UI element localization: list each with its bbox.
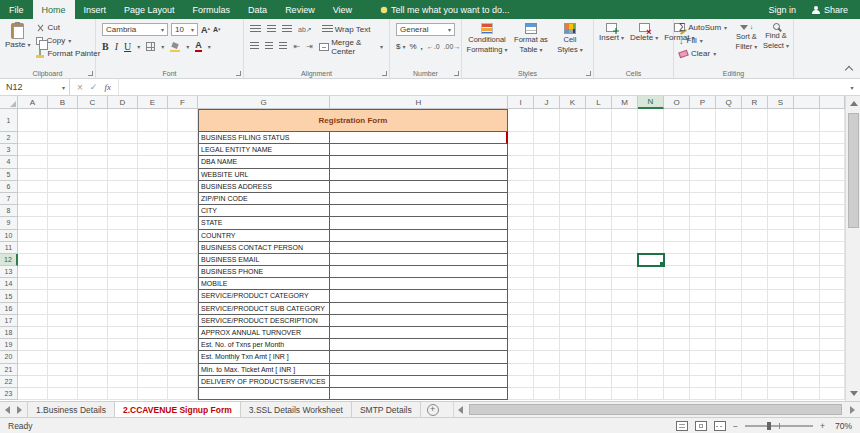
- cell-N8[interactable]: [638, 205, 664, 217]
- cell-G5[interactable]: WEBSITE URL: [198, 169, 330, 181]
- cell-N23[interactable]: [638, 388, 664, 400]
- vertical-scroll-thumb[interactable]: [848, 113, 859, 228]
- cell-x1[interactable]: [794, 109, 820, 132]
- cell-C6[interactable]: [78, 181, 108, 193]
- cut-button[interactable]: Cut: [33, 21, 103, 34]
- cell-J15[interactable]: [534, 290, 560, 302]
- row-header-17[interactable]: 17: [0, 315, 18, 327]
- cell-H13[interactable]: [330, 266, 508, 278]
- cell-x2[interactable]: [820, 132, 845, 144]
- cell-B16[interactable]: [48, 303, 78, 315]
- cell-M17[interactable]: [612, 315, 638, 327]
- cell-S6[interactable]: [768, 181, 794, 193]
- cell-F1[interactable]: [168, 109, 198, 132]
- insert-cells-button[interactable]: Insert: [596, 21, 627, 44]
- row-header-15[interactable]: 15: [0, 290, 18, 302]
- cell-x21[interactable]: [820, 364, 845, 376]
- column-header-N[interactable]: N: [638, 96, 664, 109]
- cancel-icon[interactable]: [77, 82, 83, 93]
- cell-B6[interactable]: [48, 181, 78, 193]
- cell-E9[interactable]: [138, 217, 168, 229]
- cell-styles-button[interactable]: Cell Styles: [552, 21, 588, 56]
- cell-A23[interactable]: [18, 388, 48, 400]
- cell-Q14[interactable]: [716, 278, 742, 290]
- cell-R9[interactable]: [742, 217, 768, 229]
- cell-C1[interactable]: [78, 109, 108, 132]
- cell-J19[interactable]: [534, 339, 560, 351]
- cell-I8[interactable]: [508, 205, 534, 217]
- cell-P11[interactable]: [690, 242, 716, 254]
- cell-M20[interactable]: [612, 351, 638, 363]
- cell-J9[interactable]: [534, 217, 560, 229]
- cell-E22[interactable]: [138, 376, 168, 388]
- cell-M10[interactable]: [612, 230, 638, 242]
- clear-button[interactable]: Clear: [676, 47, 732, 60]
- cell-R12[interactable]: [742, 254, 768, 266]
- cell-x7[interactable]: [820, 193, 845, 205]
- cell-A3[interactable]: [18, 144, 48, 156]
- cell-B13[interactable]: [48, 266, 78, 278]
- cell-H17[interactable]: [330, 315, 508, 327]
- row-header-12[interactable]: 12: [0, 254, 18, 266]
- cell-R14[interactable]: [742, 278, 768, 290]
- row-header-7[interactable]: 7: [0, 193, 18, 205]
- cell-J12[interactable]: [534, 254, 560, 266]
- cell-Q11[interactable]: [716, 242, 742, 254]
- cell-x2[interactable]: [794, 132, 820, 144]
- cell-O22[interactable]: [664, 376, 690, 388]
- name-box[interactable]: N12: [0, 79, 70, 95]
- share-button[interactable]: Share: [812, 5, 848, 15]
- cell-S2[interactable]: [768, 132, 794, 144]
- cell-L9[interactable]: [586, 217, 612, 229]
- cell-E14[interactable]: [138, 278, 168, 290]
- cell-M14[interactable]: [612, 278, 638, 290]
- row-header-4[interactable]: 4: [0, 156, 18, 168]
- cell-x9[interactable]: [820, 217, 845, 229]
- column-header-B[interactable]: B: [48, 96, 78, 109]
- cell-E3[interactable]: [138, 144, 168, 156]
- cell-H5[interactable]: [330, 169, 508, 181]
- cell-x20[interactable]: [794, 351, 820, 363]
- cell-G15[interactable]: SERVICE/PRODUCT CATEGORY: [198, 290, 330, 302]
- cell-O14[interactable]: [664, 278, 690, 290]
- cell-L3[interactable]: [586, 144, 612, 156]
- horizontal-scrollbar[interactable]: [453, 402, 860, 417]
- cell-P5[interactable]: [690, 169, 716, 181]
- cell-N11[interactable]: [638, 242, 664, 254]
- cell-N19[interactable]: [638, 339, 664, 351]
- cell-I23[interactable]: [508, 388, 534, 400]
- cell-O11[interactable]: [664, 242, 690, 254]
- cell-C11[interactable]: [78, 242, 108, 254]
- cell-Q16[interactable]: [716, 303, 742, 315]
- cell-x16[interactable]: [820, 303, 845, 315]
- merge-center-button[interactable]: Merge & Center: [319, 38, 383, 56]
- cell-J3[interactable]: [534, 144, 560, 156]
- increase-decimal-button[interactable]: [427, 42, 440, 51]
- cell-R13[interactable]: [742, 266, 768, 278]
- cell-A14[interactable]: [18, 278, 48, 290]
- cell-F22[interactable]: [168, 376, 198, 388]
- cell-S11[interactable]: [768, 242, 794, 254]
- insert-function-button[interactable]: fx: [104, 82, 111, 92]
- cell-A9[interactable]: [18, 217, 48, 229]
- row-header-22[interactable]: 22: [0, 376, 18, 388]
- cell-O7[interactable]: [664, 193, 690, 205]
- cell-S22[interactable]: [768, 376, 794, 388]
- fill-button[interactable]: Fill: [676, 34, 732, 47]
- cell-N6[interactable]: [638, 181, 664, 193]
- column-header-C[interactable]: C: [78, 96, 108, 109]
- cell-B4[interactable]: [48, 156, 78, 168]
- cell-F21[interactable]: [168, 364, 198, 376]
- cell-x21[interactable]: [794, 364, 820, 376]
- cell-P18[interactable]: [690, 327, 716, 339]
- cell-F5[interactable]: [168, 169, 198, 181]
- cell-E16[interactable]: [138, 303, 168, 315]
- increase-indent-button[interactable]: [306, 42, 313, 51]
- cell-x13[interactable]: [794, 266, 820, 278]
- cell-K21[interactable]: [560, 364, 586, 376]
- enter-icon[interactable]: [90, 82, 98, 92]
- cell-K6[interactable]: [560, 181, 586, 193]
- sheet-tab-2[interactable]: 2.CCAVENUE Signup Form: [115, 402, 241, 417]
- cell-S12[interactable]: [768, 254, 794, 266]
- ribbon-tab-formulas[interactable]: Formulas: [184, 0, 240, 19]
